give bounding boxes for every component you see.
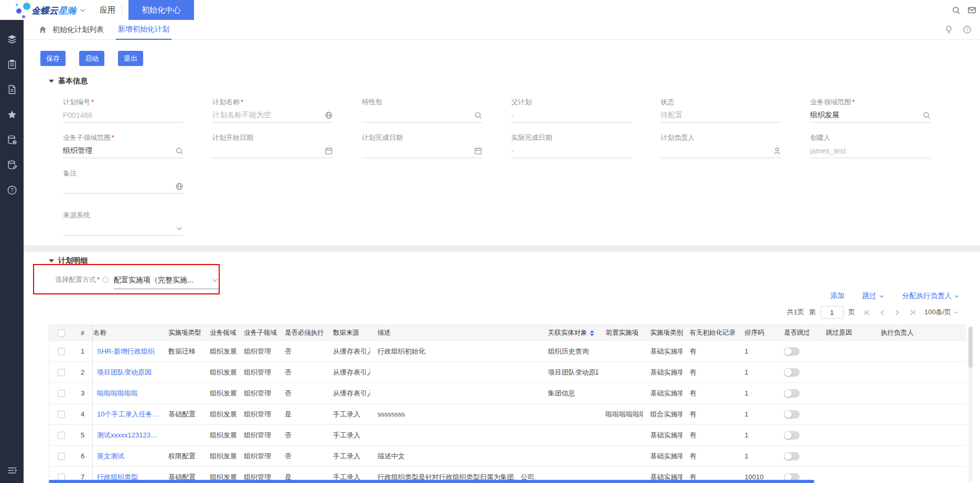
page-total: 共1页 <box>787 308 804 317</box>
tab-plan-list[interactable]: 初始化计划列表 <box>52 20 104 40</box>
cell-skipreason <box>819 362 874 382</box>
row-checkbox[interactable] <box>58 390 65 397</box>
next-page-icon[interactable] <box>893 309 901 316</box>
app-logo[interactable]: 金蝶云星瀚 <box>0 0 84 20</box>
save-button[interactable]: 保存 <box>40 51 66 66</box>
vertical-scrollbar[interactable] <box>968 326 973 482</box>
bulb-icon[interactable] <box>944 25 953 34</box>
last-page-icon[interactable] <box>909 309 917 316</box>
star-icon[interactable] <box>7 109 17 120</box>
row-checkbox[interactable] <box>58 453 65 460</box>
search-icon[interactable] <box>175 147 184 155</box>
table-row: 1SHR-新增行政组织数据迁移组织发展组织管理否从缓存表引入行政组织初始化组织历… <box>49 341 966 362</box>
plan-item-link[interactable]: SHR-新增行政组织 <box>97 347 155 356</box>
field-input[interactable] <box>63 222 184 236</box>
help-circle-icon[interactable]: ? <box>963 25 972 34</box>
globe-icon[interactable] <box>325 111 333 119</box>
cell-skipreason <box>819 467 874 483</box>
field-label: 创建人 <box>810 133 931 142</box>
database-settings-icon[interactable] <box>7 135 17 145</box>
database-edit-icon[interactable] <box>7 160 17 170</box>
exit-button[interactable]: 退出 <box>118 51 143 66</box>
page-number-input[interactable] <box>821 306 844 319</box>
search-icon[interactable] <box>922 111 931 119</box>
first-page-icon[interactable] <box>863 309 871 316</box>
plan-item-link[interactable]: 测试xxxxx123123123 <box>97 431 161 440</box>
cell-skip <box>777 404 819 424</box>
mail-icon[interactable] <box>967 6 976 15</box>
skip-toggle[interactable] <box>784 431 800 440</box>
basic-info-section-title[interactable]: 基本信息 <box>49 76 88 86</box>
layers-icon[interactable] <box>7 34 17 45</box>
column-header-desc: 描述 <box>370 325 541 341</box>
field-input[interactable]: - <box>511 109 632 123</box>
skip-toggle[interactable] <box>784 368 800 377</box>
logo-text: 金蝶云星瀚 <box>31 5 76 17</box>
horizontal-scrollbar[interactable] <box>49 480 814 483</box>
row-checkbox[interactable] <box>58 369 65 376</box>
calendar-icon[interactable] <box>474 147 482 155</box>
field-input[interactable]: james_test <box>810 145 931 158</box>
field-input[interactable] <box>362 145 482 158</box>
row-checkbox[interactable] <box>58 432 65 439</box>
column-header-cb <box>49 325 73 341</box>
cell-name: 10个手工录入任务组合 <box>93 404 161 424</box>
active-app-tab[interactable]: 初始化中心 <box>128 0 194 20</box>
field-input[interactable] <box>212 145 333 158</box>
document-icon[interactable] <box>7 84 17 95</box>
divider <box>122 4 122 16</box>
cell-skip <box>777 341 819 361</box>
column-header-entity[interactable]: 关联实体对象 <box>541 325 598 341</box>
help-icon[interactable]: ? <box>7 185 17 195</box>
column-header-executor: 执行负责人 <box>874 325 967 341</box>
skip-dropdown-button[interactable]: 跳过 <box>863 291 885 301</box>
app-menu[interactable]: 应用 <box>100 5 115 15</box>
prev-page-icon[interactable] <box>878 309 886 316</box>
search-icon[interactable] <box>474 111 482 119</box>
row-checkbox[interactable] <box>58 411 65 418</box>
field-input[interactable]: 计划名称不能为空 <box>212 109 333 123</box>
field-input[interactable]: 待配置 <box>661 109 781 123</box>
row-checkbox[interactable] <box>58 348 65 355</box>
skip-toggle[interactable] <box>784 389 800 398</box>
plan-item-link[interactable]: 英文测试 <box>97 452 124 461</box>
select-all-checkbox[interactable] <box>58 330 65 337</box>
cell-name: 英文测试 <box>93 446 161 466</box>
person-icon[interactable] <box>773 147 781 155</box>
plan-item-link[interactable]: 项目团队变动原因 <box>97 368 152 377</box>
form-field: 业务子领域范围*组织管理 <box>63 133 184 158</box>
clipboard-icon[interactable] <box>7 59 17 70</box>
field-input[interactable]: 组织发展 <box>810 109 931 123</box>
cell-required: 否 <box>277 446 326 466</box>
field-input[interactable] <box>63 180 184 194</box>
assign-executor-dropdown-button[interactable]: 分配执行负责人 <box>902 291 960 301</box>
sort-icon[interactable] <box>590 328 594 338</box>
tab-new-plan[interactable]: 新增初始化计划 <box>116 20 171 40</box>
field-input[interactable]: - <box>511 145 632 158</box>
field-input[interactable] <box>362 109 482 123</box>
plan-item-link[interactable]: 10个手工录入任务组合 <box>97 410 161 419</box>
calendar-icon[interactable] <box>325 147 333 155</box>
plan-item-link[interactable]: 啦啦啦啦啦啦 <box>97 389 138 398</box>
add-button[interactable]: 添加 <box>831 291 845 301</box>
cell-idx: 3 <box>73 383 93 403</box>
cell-domain: 组织发展 <box>202 446 236 466</box>
chevron-icon[interactable] <box>175 224 184 233</box>
collapse-menu-icon[interactable] <box>7 465 17 476</box>
cell-cb <box>49 404 73 424</box>
column-header-subdomain: 业务子领域 <box>236 325 277 341</box>
chevron-down-icon[interactable] <box>80 8 86 13</box>
start-button[interactable]: 启动 <box>79 51 104 66</box>
field-input[interactable]: 组织管理 <box>63 145 184 158</box>
field-input[interactable] <box>661 145 781 158</box>
home-icon[interactable] <box>38 25 47 34</box>
cell-sort: 1 <box>737 404 777 424</box>
column-header-idx: # <box>73 325 93 341</box>
globe-icon[interactable] <box>175 182 184 191</box>
search-icon[interactable] <box>952 6 961 15</box>
skip-toggle[interactable] <box>784 347 800 356</box>
skip-toggle[interactable] <box>784 452 800 460</box>
skip-toggle[interactable] <box>784 410 800 419</box>
field-input[interactable]: P001468 <box>63 109 184 123</box>
page-size-select[interactable]: 100条/页 <box>924 308 959 317</box>
